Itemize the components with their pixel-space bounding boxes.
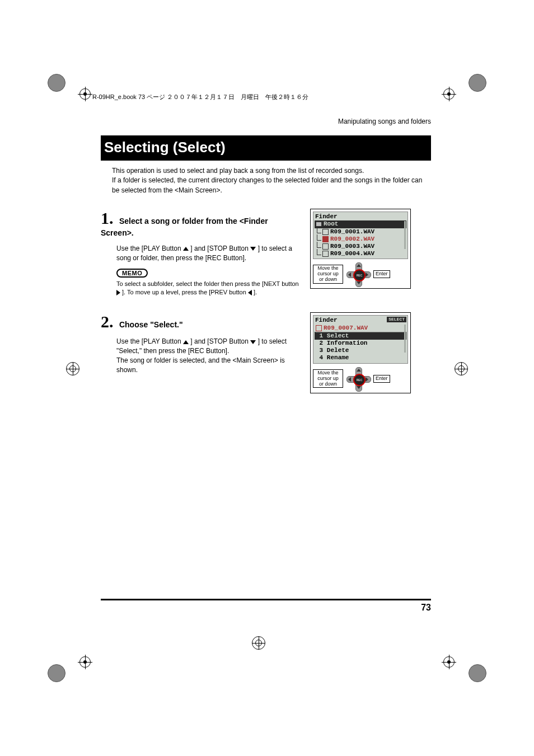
step-1-figure: Finder Root R09_0001.WAV R09_0002.WAV R0… [310, 209, 411, 289]
lcd2-menu-3-label: Rename [327, 354, 349, 361]
step-2-body-a: Use the [PLAY Button [116, 337, 183, 345]
crop-target-ml [66, 362, 79, 375]
lcd2-scrollbar [404, 325, 406, 353]
lcd1-scrollbar [404, 221, 406, 249]
file-icon [316, 325, 322, 331]
step-2-number: 2. [101, 312, 114, 331]
play-up-icon [183, 247, 189, 251]
dpad-icon: REC [346, 262, 370, 286]
folder-icon [316, 222, 322, 227]
lcd1-root: Root [315, 220, 406, 228]
step-1-body-a: Use the [PLAY Button [116, 245, 183, 252]
footer-rule: 73 [101, 599, 431, 613]
step-2-body-d: The song or folder is selected, and the … [116, 356, 285, 374]
lcd2-move-label: Move the cursor up or down [313, 369, 343, 388]
step-2-body: Use the [PLAY Button ] and [STOP Button … [116, 337, 302, 374]
step-1-number: 1. [101, 209, 114, 227]
step-2-heading: Choose "Select." [119, 320, 183, 329]
prev-left-icon [248, 290, 252, 295]
crop-target-br [443, 656, 455, 668]
lcd2-menu-1: 2 Information [315, 340, 406, 347]
step-1: 1. Select a song or folder from the <Fin… [101, 209, 431, 297]
crop-target-tl [79, 88, 91, 100]
intro-text: This operation is used to select and pla… [112, 166, 431, 195]
crop-corner-bl [48, 664, 65, 682]
page-content: Manipulating songs and folders Selecting… [101, 118, 431, 409]
lcd1-item-0-label: R09_0001.WAV [330, 228, 374, 236]
lcd2-file-label: R09_0007.WAV [324, 325, 368, 332]
lcd2-enter-label: Enter [373, 375, 390, 383]
lcd1-root-label: Root [324, 220, 338, 228]
file-icon [322, 236, 329, 242]
memo-b: ]. To move up a level, press the [PREV b… [122, 289, 248, 295]
memo-c: ]. [254, 289, 257, 295]
step-1-body-b: ] and [STOP Button [190, 245, 250, 252]
lcd1-item-2: R09_0003.WAV [315, 243, 406, 250]
file-icon [322, 251, 329, 257]
lcd1-item-1: R09_0002.WAV [315, 236, 406, 243]
section-title-bar: Selecting (Select) [101, 135, 431, 161]
step-2: 2. Choose "Select." Use the [PLAY Button… [101, 312, 431, 393]
lcd2-title-text: Finder [315, 317, 338, 323]
crop-corner-tr [469, 74, 486, 92]
book-header-line: R-09HR_e.book 73 ページ ２００７年１２月１７日 月曜日 午後２… [92, 93, 308, 101]
file-icon [322, 229, 329, 235]
crop-target-mr [455, 362, 468, 375]
intro-line-2: If a folder is selected, the current dir… [112, 176, 422, 194]
memo-text: To select a subfolder, select the folder… [116, 280, 302, 297]
lcd2-menu-2-label: Delete [327, 347, 349, 354]
lcd1-item-0: R09_0001.WAV [315, 228, 406, 236]
crop-target-tr [443, 88, 455, 100]
lcd2-title: Finder SELECT [315, 317, 406, 324]
lcd2-menu-0-label: Select [327, 332, 349, 340]
stop-down-icon [250, 340, 256, 344]
lcd2-menu-3-n: 4 [320, 354, 324, 361]
intro-line-1: This operation is used to select and pla… [112, 167, 364, 175]
lcd1-enter-label: Enter [373, 270, 390, 278]
chapter-label: Manipulating songs and folders [101, 118, 431, 125]
step-2-body-b: ] and [STOP Button [190, 337, 250, 345]
lcd2-menu-2: 3 Delete [315, 347, 406, 354]
crop-corner-br [469, 664, 486, 682]
memo-badge: MEMO [116, 269, 148, 278]
page-number: 73 [101, 600, 431, 613]
memo-a: To select a subfolder, select the folder… [116, 280, 299, 287]
lcd2-menu-0: 1 Select [315, 332, 406, 340]
play-up-icon [183, 340, 189, 344]
dpad-icon: REC [346, 367, 370, 391]
step-2-figure: Finder SELECT R09_0007.WAV 1 Select 2 In… [310, 312, 411, 393]
lcd1-item-2-label: R09_0003.WAV [330, 243, 374, 250]
section-title: Selecting (Select) [101, 138, 231, 158]
crop-corner-tl [48, 74, 65, 92]
lcd2-file: R09_0007.WAV [315, 325, 406, 332]
lcd1-item-3: R09_0004.WAV [315, 250, 406, 257]
step-1-heading: Select a song or folder from the <Finder… [101, 217, 268, 237]
crop-target-bl [79, 656, 91, 668]
lcd2-menu-0-n: 1 [320, 332, 324, 340]
step-1-body: Use the [PLAY Button ] and [STOP Button … [116, 244, 302, 263]
lcd2-menu-3: 4 Rename [315, 354, 406, 361]
lcd2-button-panel: Move the cursor up or down REC Enter [313, 367, 408, 391]
next-right-icon [116, 290, 120, 295]
file-icon [322, 243, 329, 250]
lcd2-badge: SELECT [387, 317, 406, 322]
stop-down-icon [250, 247, 256, 251]
lcd1-button-panel: Move the cursor up or down REC Enter [313, 262, 408, 286]
lcd2-menu-1-n: 2 [320, 340, 324, 347]
lcd2-menu-1-label: Information [327, 340, 368, 347]
rec-button-icon: REC [353, 269, 366, 281]
lcd1-title: Finder [315, 213, 406, 220]
crop-target-bc [252, 636, 265, 650]
lcd2-menu-2-n: 3 [320, 347, 324, 354]
lcd1-item-1-label: R09_0002.WAV [330, 236, 374, 243]
rec-button-icon: REC [353, 374, 366, 386]
lcd1-item-3-label: R09_0004.WAV [330, 250, 374, 257]
lcd1-move-label: Move the cursor up or down [313, 265, 343, 284]
